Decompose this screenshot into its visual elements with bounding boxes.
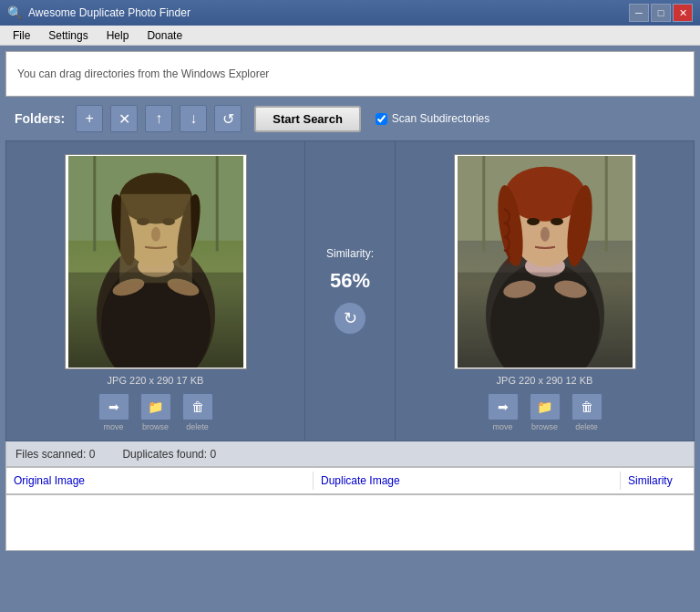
left-image-actions: ➡ move 📁 browse 🗑 delete	[98, 393, 213, 431]
right-browse-button[interactable]: 📁	[530, 393, 561, 420]
scan-subdir-option: Scan Subdirectories	[376, 112, 489, 125]
minimize-button[interactable]: ─	[629, 4, 649, 22]
right-image-frame	[454, 154, 636, 369]
left-delete-label: delete	[186, 422, 209, 431]
right-move-group: ➡ move	[488, 393, 519, 431]
titlebar: 🔍 Awesome Duplicate Photo Finder ─ □ ✕	[0, 0, 700, 26]
left-delete-group: 🗑 delete	[182, 393, 213, 431]
right-move-label: move	[492, 422, 512, 431]
files-scanned: Files scanned: 0	[15, 448, 95, 461]
left-browse-group: 📁 browse	[140, 393, 171, 431]
menu-help[interactable]: Help	[98, 27, 139, 44]
similarity-value: 56%	[330, 269, 370, 293]
app-title: Awesome Duplicate Photo Finder	[28, 6, 190, 19]
table-header: Original Image Duplicate Image Similarit…	[6, 468, 694, 495]
right-image-info: JPG 220 x 290 12 KB	[497, 375, 593, 386]
col-similarity-header: Similarity	[621, 472, 694, 490]
right-image-actions: ➡ move 📁 browse 🗑 delete	[488, 393, 602, 431]
restore-button[interactable]: □	[651, 4, 671, 22]
folders-bar: Folders: + ✕ ↑ ↓ ↺ Start Search Scan Sub…	[5, 97, 695, 140]
start-search-button[interactable]: Start Search	[254, 106, 361, 132]
left-browse-label: browse	[142, 422, 169, 431]
scan-subdir-checkbox[interactable]	[376, 113, 387, 125]
right-browse-label: browse	[531, 422, 558, 431]
add-folder-button[interactable]: +	[76, 105, 103, 132]
left-image-frame	[65, 154, 247, 369]
left-image	[68, 156, 243, 368]
results-table: Original Image Duplicate Image Similarit…	[5, 467, 695, 551]
menubar: File Settings Help Donate	[0, 26, 700, 46]
app-icon: 🔍	[7, 5, 23, 20]
duplicates-found: Duplicates found: 0	[122, 448, 216, 461]
move-down-button[interactable]: ↓	[180, 105, 207, 132]
col-original-header: Original Image	[6, 472, 314, 490]
remove-folder-button[interactable]: ✕	[110, 105, 138, 132]
left-move-button[interactable]: ➡	[98, 393, 129, 420]
close-button[interactable]: ✕	[673, 4, 693, 22]
right-image	[458, 156, 633, 368]
left-move-label: move	[103, 422, 123, 431]
left-move-group: ➡ move	[98, 393, 129, 431]
right-panel: JPG 220 x 290 12 KB ➡ move 📁 browse 🗑 de…	[396, 141, 694, 441]
table-body	[6, 495, 694, 550]
col-duplicate-header: Duplicate Image	[314, 472, 621, 490]
drop-area[interactable]: You can drag directories from the Window…	[5, 51, 695, 97]
similarity-label: Similarity:	[326, 247, 374, 260]
menu-file[interactable]: File	[4, 27, 39, 44]
scan-subdir-label: Scan Subdirectories	[392, 112, 489, 125]
status-bar: Files scanned: 0 Duplicates found: 0	[5, 441, 695, 467]
comparison-area: JPG 220 x 290 17 KB ➡ move 📁 browse 🗑 de…	[5, 140, 695, 441]
left-image-info: JPG 220 x 290 17 KB	[108, 375, 204, 386]
titlebar-controls: ─ □ ✕	[629, 4, 693, 22]
left-panel: JPG 220 x 290 17 KB ➡ move 📁 browse 🗑 de…	[6, 141, 304, 441]
left-delete-button[interactable]: 🗑	[182, 393, 213, 420]
folders-label: Folders:	[15, 111, 65, 126]
right-move-button[interactable]: ➡	[488, 393, 519, 420]
right-delete-button[interactable]: 🗑	[571, 393, 602, 420]
drop-area-text: You can drag directories from the Window…	[17, 67, 269, 80]
swap-button[interactable]: ↻	[334, 302, 366, 335]
menu-settings[interactable]: Settings	[39, 27, 97, 44]
left-browse-button[interactable]: 📁	[140, 393, 171, 420]
menu-donate[interactable]: Donate	[138, 27, 191, 44]
refresh-button[interactable]: ↺	[214, 105, 242, 132]
right-browse-group: 📁 browse	[530, 393, 561, 431]
titlebar-left: 🔍 Awesome Duplicate Photo Finder	[7, 5, 190, 20]
middle-panel: Similarity: 56% ↻	[304, 141, 396, 441]
move-up-button[interactable]: ↑	[145, 105, 172, 132]
right-delete-label: delete	[575, 422, 598, 431]
right-delete-group: 🗑 delete	[571, 393, 602, 431]
